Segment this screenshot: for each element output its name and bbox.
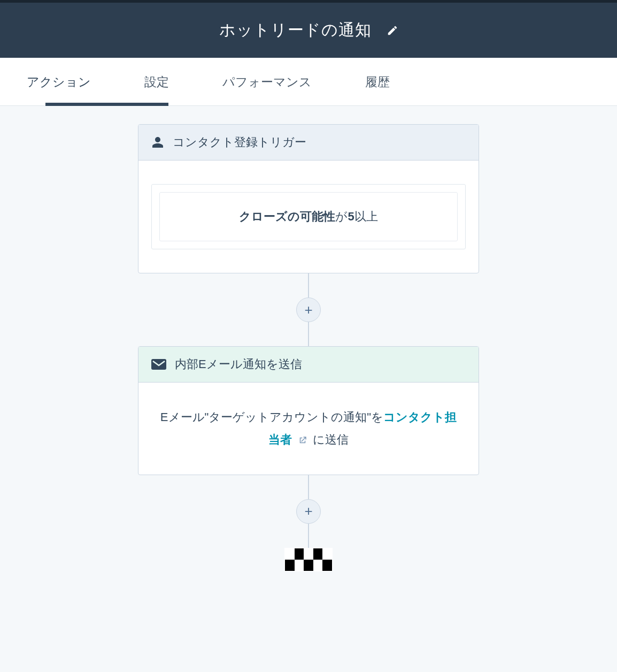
connector-2: + <box>296 475 321 548</box>
finish-flag-icon <box>284 548 333 571</box>
connector-line <box>308 273 309 297</box>
contact-icon <box>151 136 164 149</box>
trigger-condition[interactable]: クローズの可能性が5以上 <box>159 192 458 241</box>
external-link-icon <box>298 436 307 445</box>
trigger-card-header: コンタクト登録トリガー <box>138 125 479 161</box>
action-body: Eメール"ターゲットアカウントの通知"をコンタクト担当者 に送信 <box>138 383 479 475</box>
action-card-header: 内部Eメール通知を送信 <box>138 347 479 383</box>
trigger-card[interactable]: コンタクト登録トリガー クローズの可能性が5以上 <box>138 124 479 273</box>
trigger-condition-wrapper: クローズの可能性が5以上 <box>151 184 466 249</box>
page-title: ホットリードの通知 <box>219 19 372 41</box>
condition-value: 5 <box>348 210 354 223</box>
tab-performance[interactable]: パフォーマンス <box>196 58 338 105</box>
condition-suffix: 以上 <box>354 210 378 223</box>
condition-property: クローズの可能性 <box>239 210 335 223</box>
edit-icon[interactable] <box>387 25 398 36</box>
connector-line <box>308 524 309 548</box>
tab-history[interactable]: 履歴 <box>338 58 417 105</box>
mail-icon <box>151 359 166 370</box>
action-body-prefix: Eメール"ターゲットアカウントの通知"を <box>160 410 383 424</box>
action-title: 内部Eメール通知を送信 <box>175 356 302 372</box>
connector-line <box>308 322 309 346</box>
tab-settings[interactable]: 設定 <box>118 58 196 105</box>
condition-middle: が <box>335 210 348 223</box>
tabs-bar: アクション 設定 パフォーマンス 履歴 <box>0 58 617 106</box>
trigger-body: クローズの可能性が5以上 <box>138 161 479 273</box>
workflow-canvas: コンタクト登録トリガー クローズの可能性が5以上 + 内部Eメール通知を送信 E… <box>0 106 617 604</box>
add-action-button[interactable]: + <box>296 499 321 524</box>
action-body-suffix: に送信 <box>313 433 349 446</box>
add-action-button[interactable]: + <box>296 297 321 322</box>
tab-actions[interactable]: アクション <box>0 58 118 105</box>
svg-rect-0 <box>151 359 166 370</box>
trigger-title: コンタクト登録トリガー <box>173 134 306 150</box>
action-card[interactable]: 内部Eメール通知を送信 Eメール"ターゲットアカウントの通知"をコンタクト担当者… <box>138 346 479 475</box>
connector-line <box>308 475 309 499</box>
page-header: ホットリードの通知 <box>0 0 617 58</box>
connector-1: + <box>296 273 321 346</box>
